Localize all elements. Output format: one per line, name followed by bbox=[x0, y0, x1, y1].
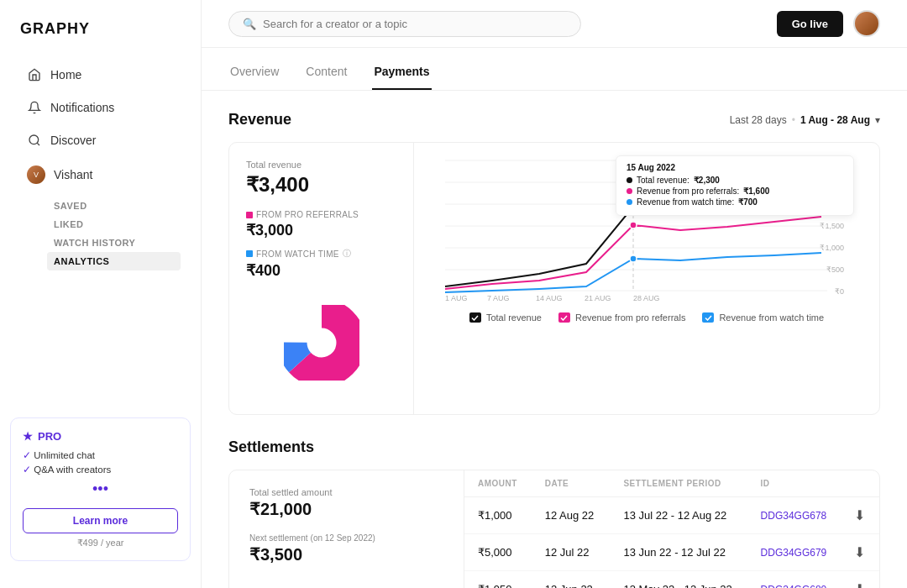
col-date: DATE bbox=[532, 470, 611, 497]
col-action bbox=[841, 470, 879, 497]
tooltip-pro-label: Revenue from pro referrals: bbox=[637, 186, 739, 196]
user-avatar[interactable] bbox=[853, 10, 880, 37]
download-button[interactable]: ⬇ bbox=[854, 508, 865, 522]
watch-time-value: ₹400 bbox=[246, 261, 396, 280]
go-live-button[interactable]: Go live bbox=[777, 11, 843, 37]
sidebar-item-vishant[interactable]: V Vishant bbox=[7, 157, 194, 192]
search-input[interactable] bbox=[263, 18, 567, 30]
tab-overview[interactable]: Overview bbox=[228, 58, 280, 90]
total-revenue-label: Total revenue bbox=[246, 160, 396, 170]
sidebar-sub-liked[interactable]: LIKED bbox=[47, 215, 181, 234]
svg-point-3 bbox=[292, 313, 351, 372]
sidebar-item-discover[interactable]: Discover bbox=[7, 124, 194, 156]
cell-amount: ₹1,950 bbox=[464, 571, 532, 589]
legend-watch[interactable]: Revenue from watch time bbox=[702, 312, 824, 323]
legend-pro-label: Revenue from pro referrals bbox=[575, 312, 685, 323]
legend-watch-label: Revenue from watch time bbox=[719, 312, 824, 323]
revenue-title: Revenue bbox=[228, 111, 291, 129]
tooltip-watch-dot bbox=[627, 199, 632, 205]
legend-total-check bbox=[469, 312, 481, 323]
svg-text:28 AUG: 28 AUG bbox=[633, 294, 660, 302]
sidebar-item-notifications[interactable]: Notifications bbox=[7, 92, 194, 123]
pro-referrals-value: ₹3,000 bbox=[246, 221, 396, 239]
cell-download[interactable]: ⬇ bbox=[841, 534, 879, 571]
header-right: Go live bbox=[777, 10, 880, 37]
pro-referrals-dot bbox=[246, 212, 253, 218]
total-revenue-value: ₹3,400 bbox=[246, 173, 396, 197]
download-button[interactable]: ⬇ bbox=[854, 582, 865, 588]
settlements-card: Total settled amount ₹21,000 Next settle… bbox=[228, 470, 880, 588]
svg-point-21 bbox=[630, 255, 637, 262]
sidebar-item-home[interactable]: Home bbox=[7, 59, 194, 91]
settlements-top: Total settled amount ₹21,000 Next settle… bbox=[229, 470, 879, 588]
chart-tooltip: 15 Aug 2022 Total revenue: ₹2,300 Revenu… bbox=[616, 155, 854, 216]
cell-id: DDG34GG680 bbox=[747, 571, 841, 589]
tooltip-date: 15 Aug 2022 bbox=[627, 163, 843, 172]
cell-id: DDG34GG678 bbox=[747, 497, 841, 534]
cell-download[interactable]: ⬇ bbox=[841, 497, 879, 534]
tab-payments[interactable]: Payments bbox=[372, 58, 431, 90]
cell-date: 12 Jul 22 bbox=[532, 534, 611, 571]
sidebar-sub-saved[interactable]: SAVED bbox=[47, 197, 181, 215]
col-id: ID bbox=[747, 470, 841, 497]
legend-total[interactable]: Total revenue bbox=[469, 312, 542, 323]
revenue-left: Total revenue ₹3,400 FROM PRO REFERRALS … bbox=[229, 143, 414, 414]
cell-amount: ₹5,000 bbox=[464, 534, 532, 571]
pie-chart-area bbox=[246, 288, 396, 397]
pro-feature-chat: Unlimited chat bbox=[23, 449, 178, 461]
logo: GRAPHY bbox=[0, 13, 201, 58]
pie-chart bbox=[284, 305, 359, 381]
sidebar-sub-watch-history[interactable]: WATCH HISTORY bbox=[47, 234, 181, 252]
cell-date: 12 Jun 22 bbox=[532, 571, 611, 589]
tooltip-row-pro: Revenue from pro referrals: ₹1,600 bbox=[627, 186, 843, 196]
pro-feature-qa: Q&A with creators bbox=[23, 464, 178, 475]
tooltip-pro-dot bbox=[627, 188, 632, 194]
watch-time-dot bbox=[246, 250, 253, 257]
next-settlement-label: Next settlement (on 12 Sep 2022) bbox=[249, 533, 443, 543]
total-settled-value: ₹21,000 bbox=[249, 499, 443, 519]
sidebar: GRAPHY Home Notifications Discover bbox=[0, 0, 202, 588]
avatar-icon: V bbox=[27, 165, 45, 184]
sidebar-item-notifications-label: Notifications bbox=[50, 101, 114, 114]
tab-content[interactable]: Content bbox=[304, 58, 349, 90]
legend-pro[interactable]: Revenue from pro referrals bbox=[558, 312, 685, 323]
sidebar-sub-analytics[interactable]: ANALYTICS bbox=[47, 252, 181, 270]
next-settlement-info: Next settlement (on 12 Sep 2022) ₹3,500 bbox=[249, 533, 443, 564]
date-range-selector[interactable]: Last 28 days • 1 Aug - 28 Aug ▾ bbox=[730, 114, 880, 126]
svg-text:1 AUG: 1 AUG bbox=[445, 294, 468, 302]
tooltip-watch-value: ₹700 bbox=[738, 197, 758, 207]
settlements-table: AMOUNT DATE SETTLEMENT PERIOD ID ₹1,000 … bbox=[464, 470, 879, 588]
tooltip-pro-value: ₹1,600 bbox=[743, 186, 769, 196]
revenue-section-header: Revenue Last 28 days • 1 Aug - 28 Aug ▾ bbox=[228, 111, 880, 129]
download-button[interactable]: ⬇ bbox=[854, 545, 865, 559]
cell-date: 12 Aug 22 bbox=[532, 497, 611, 534]
search-icon: 🔍 bbox=[243, 18, 256, 30]
sidebar-item-discover-label: Discover bbox=[50, 134, 96, 147]
pro-star-icon: ★ bbox=[23, 430, 33, 443]
learn-more-button[interactable]: Learn more bbox=[23, 508, 178, 533]
tooltip-row-watch: Revenue from watch time: ₹700 bbox=[627, 197, 843, 207]
svg-line-1 bbox=[37, 143, 39, 145]
col-amount: AMOUNT bbox=[464, 470, 532, 497]
watch-time-item: FROM WATCH TIME ⓘ ₹400 bbox=[246, 248, 396, 280]
tabs: Overview Content Payments bbox=[202, 48, 907, 91]
search-bar[interactable]: 🔍 bbox=[228, 11, 581, 37]
table-row: ₹5,000 12 Jul 22 13 Jun 22 - 12 Jul 22 D… bbox=[464, 534, 879, 571]
pro-badge: ★ PRO bbox=[23, 430, 178, 443]
home-icon bbox=[27, 67, 42, 82]
pro-referrals-label: FROM PRO REFERRALS bbox=[246, 210, 396, 219]
next-settlement-value: ₹3,500 bbox=[249, 544, 443, 564]
pro-referrals-item: FROM PRO REFERRALS ₹3,000 bbox=[246, 210, 396, 239]
tooltip-watch-label: Revenue from watch time: bbox=[637, 197, 734, 207]
sidebar-nav: Home Notifications Discover V Vishant bbox=[0, 58, 201, 193]
sidebar-sub-nav: SAVED LIKED WATCH HISTORY ANALYTICS bbox=[0, 193, 201, 274]
total-settled-label: Total settled amount bbox=[249, 487, 443, 497]
header: 🔍 Go live bbox=[202, 0, 907, 48]
tooltip-row-total: Total revenue: ₹2,300 bbox=[627, 176, 843, 185]
legend-total-label: Total revenue bbox=[486, 312, 542, 323]
legend-watch-check bbox=[702, 312, 714, 323]
settlements-summary: Total settled amount ₹21,000 Next settle… bbox=[229, 470, 464, 588]
settlements-title: Settlements bbox=[228, 438, 880, 456]
cell-download[interactable]: ⬇ bbox=[841, 571, 879, 589]
chart-area: ₹3,000 ₹2,500 ₹2,000 ₹1,500 ₹1,000 ₹500 … bbox=[414, 143, 879, 414]
